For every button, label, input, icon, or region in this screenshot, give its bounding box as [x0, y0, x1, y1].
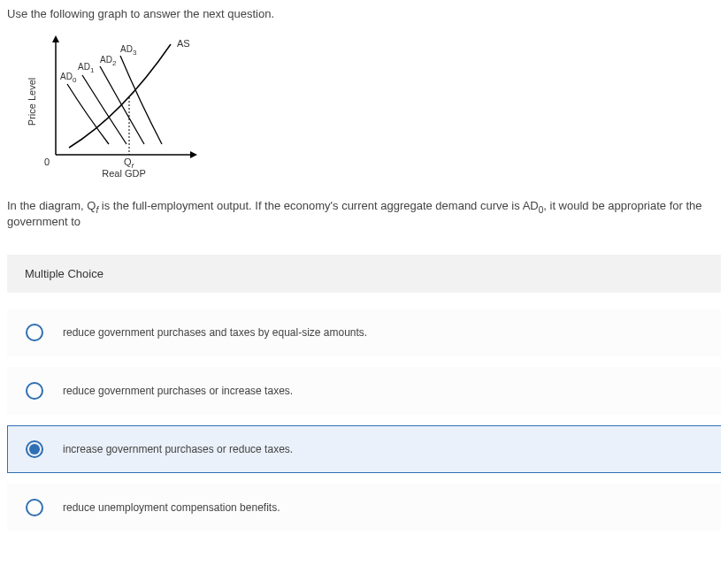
option-text: reduce government purchases or increase …	[63, 385, 293, 397]
option-4[interactable]: reduce unemployment compensation benefit…	[7, 484, 721, 531]
radio-icon	[26, 324, 43, 341]
question-text: In the diagram, Qf is the full-employmen…	[7, 199, 721, 228]
radio-icon	[26, 382, 43, 400]
option-text: reduce unemployment compensation benefit…	[63, 501, 280, 514]
svg-text:AD0: AD0	[60, 72, 77, 84]
option-text: reduce government purchases and taxes by…	[63, 326, 367, 339]
svg-marker-3	[190, 151, 197, 158]
option-text: increase government purchases or reduce …	[63, 443, 293, 455]
origin-label: 0	[44, 157, 50, 167]
y-axis-label: Price Level	[27, 78, 37, 126]
option-2[interactable]: reduce government purchases or increase …	[7, 367, 721, 415]
ad-as-graph: Price Level 0 Real GDP AS AD0 AD1 AD2 AD…	[25, 31, 202, 181]
instruction-text: Use the following graph to answer the ne…	[7, 7, 721, 20]
option-1[interactable]: reduce government purchases and taxes by…	[7, 309, 721, 356]
radio-icon	[26, 440, 43, 458]
multiple-choice-header: Multiple Choice	[7, 255, 721, 293]
svg-text:AD3: AD3	[120, 44, 137, 57]
as-label: AS	[177, 38, 190, 49]
option-3[interactable]: increase government purchases or reduce …	[7, 425, 721, 473]
radio-icon	[26, 499, 43, 516]
svg-text:AD2: AD2	[100, 55, 117, 67]
svg-marker-1	[52, 35, 59, 42]
x-axis-label: Real GDP	[102, 168, 146, 179]
svg-text:AD1: AD1	[78, 62, 95, 74]
